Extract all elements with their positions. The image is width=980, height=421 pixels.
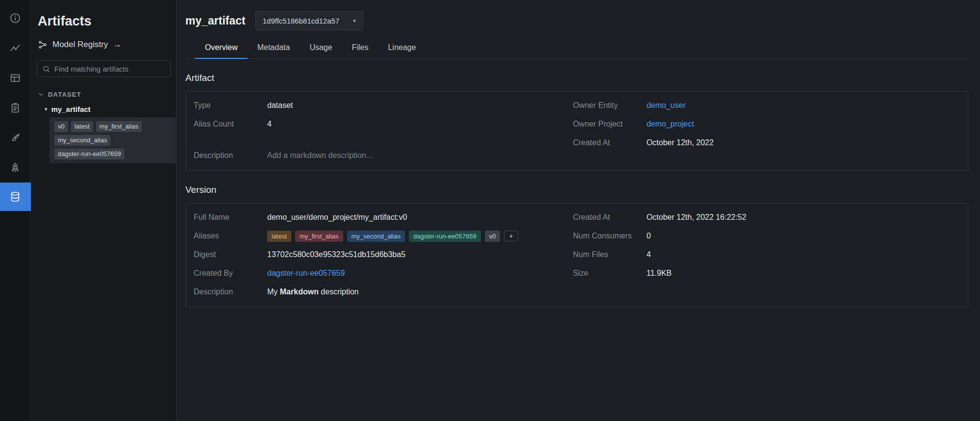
alias-chip-my-second-alias[interactable]: my_second_alias — [347, 231, 405, 242]
field-row-digest: Digest 13702c580c03e95323c51db15d6b3ba5 — [194, 249, 573, 261]
sidebar-title: Artifacts — [38, 14, 171, 29]
rocket-icon — [9, 162, 21, 174]
version-tag: dagster-run-ee057659 — [54, 149, 125, 159]
nav-info[interactable] — [0, 3, 31, 33]
field-label: Created At — [573, 211, 647, 223]
triangle-down-icon: ▾ — [45, 106, 48, 112]
nav-sweeps[interactable] — [0, 123, 31, 153]
tab-metadata[interactable]: Metadata — [248, 39, 300, 59]
left-icon-rail — [0, 0, 31, 421]
field-row-created-at: Created At October 12th, 2022 — [573, 137, 960, 149]
tree-version-selected[interactable]: v0 latest my_first_alias my_second_alias… — [50, 117, 176, 163]
field-row-full-name: Full Name demo_user/demo_project/my_arti… — [194, 211, 573, 223]
field-value: 0 — [647, 230, 651, 242]
field-value: October 12th, 2022 — [647, 137, 714, 149]
field-label: Full Name — [194, 211, 267, 223]
field-row-owner-entity: Owner Entity demo_user — [573, 100, 960, 111]
version-tag: my_second_alias — [54, 135, 110, 146]
add-alias-button[interactable]: + — [504, 231, 518, 241]
clipboard-icon — [9, 102, 21, 114]
alias-chip-latest[interactable]: latest — [267, 231, 291, 242]
field-label: Created At — [573, 137, 647, 149]
model-registry-label: Model Registry — [52, 40, 108, 50]
nav-reports[interactable] — [0, 93, 31, 123]
nav-artifacts[interactable] — [0, 183, 31, 211]
tab-overview[interactable]: Overview — [195, 39, 248, 59]
field-label: Owner Entity — [573, 100, 647, 111]
field-row-owner-project: Owner Project demo_project — [573, 118, 960, 130]
tab-files[interactable]: Files — [342, 39, 378, 59]
nav-charts[interactable] — [0, 33, 31, 63]
field-row-version-description: Description My Markdown description — [194, 286, 573, 298]
field-value: 4 — [267, 118, 272, 130]
field-value: dataset — [267, 100, 293, 111]
database-icon — [9, 191, 21, 203]
description-bold-text: Markdown — [280, 288, 319, 296]
version-section: Version Full Name demo_user/demo_project… — [185, 184, 968, 307]
app-window: Artifacts Model Registry → DATASET — [0, 0, 980, 421]
nav-tables[interactable] — [0, 63, 31, 93]
table-icon — [9, 72, 21, 84]
field-label: Description — [194, 286, 267, 298]
artifact-section: Artifact Type dataset Alias Count 4 Desc… — [185, 73, 968, 171]
version-tag: v0 — [54, 121, 68, 132]
description-placeholder[interactable]: Add a markdown description... — [267, 150, 373, 161]
artifact-tree: DATASET ▾ my_artifact v0 latest my_first… — [37, 91, 171, 163]
field-label: Created By — [194, 267, 267, 279]
field-label: Digest — [194, 249, 267, 261]
version-panel-left: Full Name demo_user/demo_project/my_arti… — [194, 211, 573, 299]
tree-item-my-artifact[interactable]: ▾ my_artifact — [45, 105, 171, 113]
field-row-size: Size 11.9KB — [573, 267, 960, 279]
artifact-panel: Type dataset Alias Count 4 Description A… — [185, 91, 968, 171]
description-text: My — [267, 288, 280, 296]
artifact-section-title: Artifact — [185, 73, 968, 83]
alias-chip-list: latest my_first_alias my_second_alias da… — [267, 230, 518, 242]
field-row-num-consumers: Num Consumers 0 — [573, 230, 960, 242]
field-value: October 12th, 2022 16:22:52 — [647, 211, 747, 223]
version-panel: Full Name demo_user/demo_project/my_arti… — [185, 203, 968, 307]
search-icon — [42, 65, 50, 73]
field-label: Size — [573, 267, 647, 279]
version-tag: latest — [71, 121, 93, 132]
version-id-text: 1d9ffc5186b81cd12a57 — [263, 17, 340, 25]
created-by-link[interactable]: dagster-run-ee057659 — [267, 267, 345, 279]
alias-chip-v0[interactable]: v0 — [485, 231, 501, 242]
nav-launch[interactable] — [0, 153, 31, 183]
field-label: Owner Project — [573, 118, 647, 130]
artifact-search-box[interactable] — [37, 60, 171, 77]
description-text: description — [319, 288, 359, 296]
alias-chip-dagster-run[interactable]: dagster-run-ee057659 — [409, 231, 481, 242]
tree-item-label: my_artifact — [51, 105, 91, 113]
field-label: Alias Count — [194, 118, 267, 130]
search-input[interactable] — [54, 65, 166, 73]
version-panel-right: Created At October 12th, 2022 16:22:52 N… — [573, 211, 960, 299]
tab-lineage[interactable]: Lineage — [378, 39, 426, 59]
field-row-alias-count: Alias Count 4 — [194, 118, 573, 130]
caret-down-icon: ▾ — [353, 18, 356, 24]
alias-chip-my-first-alias[interactable]: my_first_alias — [295, 231, 343, 242]
owner-entity-link[interactable]: demo_user — [647, 100, 686, 111]
field-row-type: Type dataset — [194, 100, 573, 111]
tab-bar: Overview Metadata Usage Files Lineage — [185, 39, 968, 59]
artifact-panel-right: Owner Entity demo_user Owner Project dem… — [573, 100, 960, 162]
version-section-title: Version — [185, 184, 968, 195]
model-registry-icon — [38, 40, 48, 50]
version-description-value: My Markdown description — [267, 286, 359, 298]
artifacts-sidebar: Artifacts Model Registry → DATASET — [31, 0, 176, 421]
field-row-num-files: Num Files 4 — [573, 249, 960, 261]
artifact-panel-left: Type dataset Alias Count 4 Description A… — [194, 100, 573, 162]
field-row-aliases: Aliases latest my_first_alias my_second_… — [194, 230, 573, 242]
field-value: demo_user/demo_project/my_artifact:v0 — [267, 211, 407, 223]
field-value: 4 — [647, 249, 651, 261]
info-icon — [9, 12, 21, 24]
field-label: Aliases — [194, 230, 267, 242]
model-registry-link[interactable]: Model Registry → — [38, 40, 171, 50]
tree-group-dataset[interactable]: DATASET — [38, 91, 171, 98]
digest-value: 13702c580c03e95323c51db15d6b3ba5 — [267, 249, 405, 261]
line-chart-icon — [9, 42, 21, 54]
owner-project-link[interactable]: demo_project — [647, 118, 694, 130]
version-select-dropdown[interactable]: 1d9ffc5186b81cd12a57 ▾ — [255, 11, 363, 30]
tab-usage[interactable]: Usage — [300, 39, 342, 59]
field-label: Num Consumers — [573, 230, 647, 242]
arrow-right-icon: → — [113, 40, 121, 50]
